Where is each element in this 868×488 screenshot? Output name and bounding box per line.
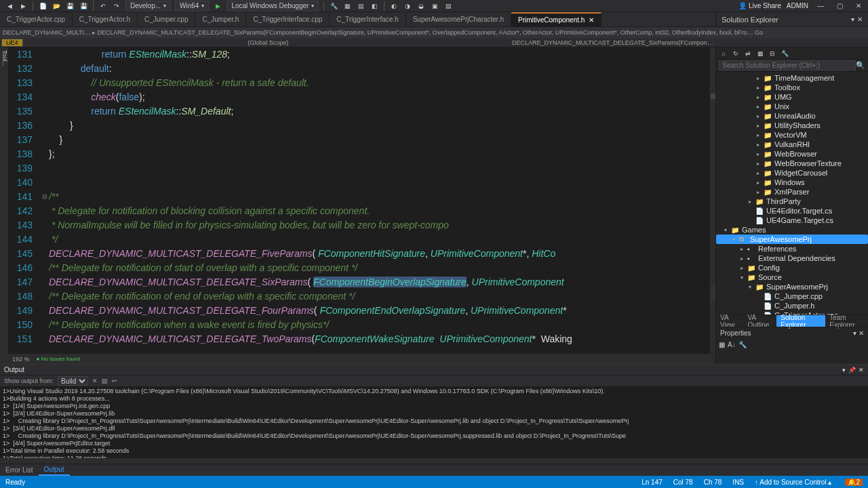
tree-item[interactable]: ▸📁TimeManagement: [716, 73, 868, 83]
tool-icon[interactable]: ◑: [402, 1, 413, 11]
refresh-icon[interactable]: ↻: [731, 49, 741, 58]
save-all-icon[interactable]: 💾: [78, 1, 89, 11]
zoom-level[interactable]: 192 %: [12, 356, 30, 363]
tree-item[interactable]: ▾📁Games: [716, 225, 868, 235]
source-control-button[interactable]: ↑ Add to Source Control ▴: [755, 479, 831, 486]
tool-icon[interactable]: ▤: [355, 1, 366, 11]
tree-item[interactable]: ▾⧉SuperAwesomePrj: [716, 235, 868, 244]
live-share-button[interactable]: 👤 Live Share: [738, 2, 781, 9]
tree-item[interactable]: 📄C_Jumper.h: [716, 301, 868, 310]
dropdown-icon[interactable]: ▾: [842, 367, 846, 373]
file-tab[interactable]: C_TriggerActor.h: [73, 12, 138, 26]
debugger-dropdown[interactable]: Local Windows Debugger: [226, 1, 319, 12]
tree-item[interactable]: 📄C_Jumper.cpp: [716, 291, 868, 301]
tree-item[interactable]: ▾📁SuperAwesomePrj: [716, 282, 868, 291]
tool-icon[interactable]: 🔧: [328, 1, 339, 11]
fold-column[interactable]: ⊟: [41, 47, 49, 353]
tree-item[interactable]: 📄UE4Editor.Target.cs: [716, 206, 868, 216]
min-icon[interactable]: —: [815, 1, 826, 11]
output-hscroll[interactable]: [0, 458, 868, 464]
redo-icon[interactable]: ↷: [111, 1, 122, 11]
new-file-icon[interactable]: 📄: [37, 1, 48, 11]
tree-item[interactable]: ▸📁UMG: [716, 92, 868, 102]
tree-item[interactable]: ▸📁UtilityShaders: [716, 121, 868, 130]
file-tab[interactable]: C_TriggerActor.cpp: [0, 12, 73, 26]
close-icon[interactable]: ✕: [857, 16, 863, 23]
tree-item[interactable]: ▸📁WebBrowser: [716, 149, 868, 159]
platform-dropdown[interactable]: Win64: [175, 1, 209, 12]
search-input[interactable]: [719, 60, 856, 70]
clear-icon[interactable]: ✕: [92, 378, 98, 384]
code-editor[interactable]: 1311321331341351361371381391401411421431…: [8, 47, 715, 364]
tool-icon[interactable]: ▣: [429, 1, 440, 11]
tool-icon[interactable]: ▤: [443, 1, 454, 11]
home-icon[interactable]: ⌂: [719, 49, 728, 58]
max-icon[interactable]: ▢: [834, 1, 845, 11]
output-tab[interactable]: Output: [39, 464, 70, 476]
tree-item[interactable]: ▸📁WebBrowserTexture: [716, 159, 868, 168]
tree-item[interactable]: ▸📁XmlParser: [716, 187, 868, 197]
undo-icon[interactable]: ↶: [98, 1, 108, 11]
play-icon[interactable]: ▶: [212, 1, 223, 11]
tree-item[interactable]: ▾📁Source: [716, 272, 868, 282]
pin-icon[interactable]: 📌: [848, 367, 856, 373]
tool-icon[interactable]: ▦: [342, 1, 353, 11]
output-tab[interactable]: Error List: [0, 464, 39, 476]
wrap-icon[interactable]: ↩: [112, 378, 117, 384]
project-pill[interactable]: UE4: [1, 39, 23, 47]
tree-item[interactable]: ▸📁VectorVM: [716, 130, 868, 140]
tool-icon[interactable]: ◧: [369, 1, 380, 11]
tree-item[interactable]: ▸📁ThirdParty: [716, 197, 868, 206]
file-tab[interactable]: C_TriggerInterface.cpp: [246, 12, 330, 26]
scope-center[interactable]: (Global Scope): [24, 39, 512, 46]
properties-icon[interactable]: 🔧: [780, 49, 789, 58]
close-icon[interactable]: ✕: [859, 367, 864, 373]
close-icon[interactable]: ✕: [589, 16, 594, 24]
close-icon[interactable]: ✕: [859, 329, 864, 337]
nav-back-icon[interactable]: ◀: [4, 1, 15, 11]
sort-icon[interactable]: A↓: [728, 341, 736, 348]
issues-indicator[interactable]: ● No issues found: [37, 356, 80, 362]
panel-tab[interactable]: VA View: [716, 315, 744, 327]
toolbox-tab[interactable]: Tool...: [0, 47, 8, 69]
tool-icon[interactable]: ◐: [389, 1, 399, 11]
tree-item[interactable]: 📄UE4Game.Target.cs: [716, 216, 868, 225]
nav-fwd-icon[interactable]: ▶: [18, 1, 28, 11]
close-icon[interactable]: ✕: [853, 1, 864, 11]
panel-tab[interactable]: Solution Explorer: [776, 315, 825, 327]
output-text[interactable]: 1>Using Visual Studio 2019 14.20.27508 t…: [0, 386, 868, 458]
save-icon[interactable]: 💾: [64, 1, 75, 11]
tree-item[interactable]: ▸▪External Dependencies: [716, 253, 868, 263]
tool-icon[interactable]: ◒: [416, 1, 427, 11]
search-icon[interactable]: 🔍: [856, 61, 865, 70]
tree-item[interactable]: ▸▪References: [716, 244, 868, 253]
notifications-badge[interactable]: 🔔2: [845, 479, 863, 486]
scope-right[interactable]: DECLARE_DYNAMIC_MULTICAST_DELEGATE_SixPa…: [512, 39, 715, 46]
open-icon[interactable]: 📂: [51, 1, 62, 11]
config-dropdown[interactable]: Develop...: [125, 1, 171, 12]
solution-tree[interactable]: ▸📁TimeManagement▸📁Toolbox▸📁UMG▸📁Unix▸📁Un…: [716, 72, 868, 314]
file-tab[interactable]: SuperAwesomePrjCharacter.h: [406, 12, 511, 26]
toggle-icon[interactable]: ▤: [102, 378, 108, 384]
collapse-icon[interactable]: ⊟: [768, 49, 777, 58]
code-content[interactable]: return EStencilMask::SM_128; default: //…: [49, 47, 710, 353]
file-tab[interactable]: C_Jumper.h: [195, 12, 246, 26]
tree-item[interactable]: ▸📁VulkanRHI: [716, 140, 868, 149]
breadcrumb[interactable]: DECLARE_DYNAMIC_MULTI… ▸ DECLARE_DYNAMIC…: [0, 27, 868, 38]
file-tab[interactable]: C_TriggerInterface.h: [330, 12, 406, 26]
show-all-icon[interactable]: ▦: [755, 49, 765, 58]
sync-icon[interactable]: ⇄: [743, 49, 753, 58]
output-from-select[interactable]: Build: [58, 376, 88, 386]
categorize-icon[interactable]: ▦: [719, 341, 725, 348]
pin-icon[interactable]: ▾: [853, 329, 856, 337]
tree-item[interactable]: ▸📁Unix: [716, 102, 868, 111]
tree-item[interactable]: ▸📁UnrealAudio: [716, 111, 868, 121]
tree-item[interactable]: ▸📁Toolbox: [716, 83, 868, 92]
minimap-scrollbar[interactable]: [710, 47, 715, 353]
tree-item[interactable]: ▸📁Windows: [716, 178, 868, 187]
file-tab[interactable]: PrimitiveComponent.h✕: [511, 12, 601, 26]
panel-tab[interactable]: VA Outline: [744, 315, 777, 327]
file-tab[interactable]: C_Jumper.cpp: [138, 12, 195, 26]
tree-item[interactable]: ▸📁Config: [716, 263, 868, 272]
panel-tab[interactable]: Team Explorer: [825, 315, 868, 327]
